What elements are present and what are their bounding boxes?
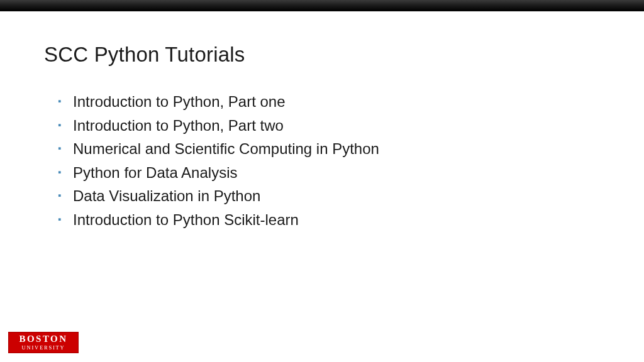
list-item: Introduction to Python, Part two bbox=[62, 114, 600, 137]
bullet-list: Introduction to Python, Part one Introdu… bbox=[44, 90, 600, 231]
list-item: Numerical and Scientific Computing in Py… bbox=[62, 138, 600, 160]
logo-main-text: BOSTON bbox=[19, 334, 67, 344]
list-item: Introduction to Python, Part one bbox=[62, 90, 600, 113]
top-decorative-bar bbox=[0, 0, 644, 11]
slide-content: SCC Python Tutorials Introduction to Pyt… bbox=[0, 11, 644, 231]
boston-university-logo: BOSTON UNIVERSITY bbox=[8, 332, 79, 353]
slide-title: SCC Python Tutorials bbox=[44, 43, 600, 67]
list-item: Introduction to Python Scikit-learn bbox=[62, 209, 600, 231]
list-item: Data Visualization in Python bbox=[62, 185, 600, 207]
list-item: Python for Data Analysis bbox=[62, 162, 600, 184]
logo-sub-text: UNIVERSITY bbox=[22, 345, 65, 351]
